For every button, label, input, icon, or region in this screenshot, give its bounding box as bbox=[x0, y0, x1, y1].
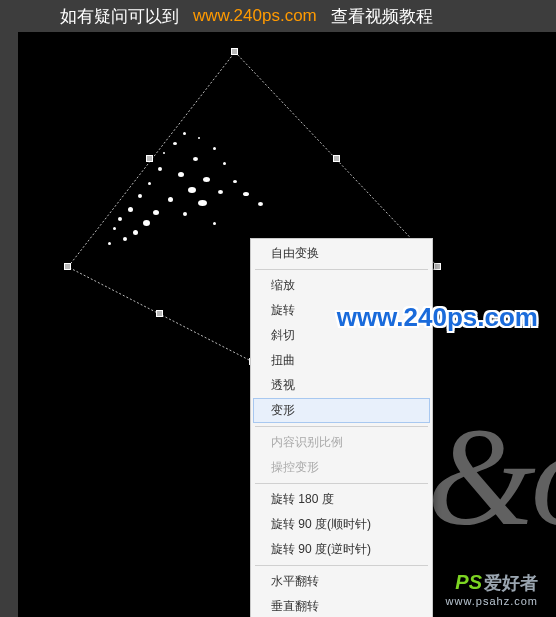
logo-domain: www.psahz.com bbox=[446, 595, 538, 607]
logo-ps: PS bbox=[455, 571, 482, 593]
context-menu: 自由变换 缩放旋转斜切扭曲透视变形内容识别比例操控变形旋转 180 度旋转 90… bbox=[250, 238, 433, 617]
transform-handle[interactable] bbox=[156, 310, 163, 317]
menu-item-8: 操控变形 bbox=[253, 455, 430, 480]
menu-separator bbox=[255, 483, 428, 484]
transform-handle[interactable] bbox=[231, 48, 238, 55]
menu-item-0[interactable]: 缩放 bbox=[253, 273, 430, 298]
menu-item-7: 内容识别比例 bbox=[253, 430, 430, 455]
logo-chinese: 爱好者 bbox=[484, 573, 538, 593]
transform-handle[interactable] bbox=[333, 155, 340, 162]
watermark-logo: PS爱好者 www.psahz.com bbox=[446, 571, 538, 607]
menu-item-15[interactable]: 垂直翻转 bbox=[253, 594, 430, 617]
transform-handle[interactable] bbox=[64, 263, 71, 270]
menu-item-10[interactable]: 旋转 180 度 bbox=[253, 487, 430, 512]
menu-separator bbox=[255, 565, 428, 566]
menu-separator bbox=[255, 426, 428, 427]
menu-item-5[interactable]: 变形 bbox=[253, 398, 430, 423]
menu-item-3[interactable]: 扭曲 bbox=[253, 348, 430, 373]
menu-item-14[interactable]: 水平翻转 bbox=[253, 569, 430, 594]
logo-text: PS爱好者 bbox=[446, 571, 538, 595]
banner-prefix: 如有疑问可以到 bbox=[60, 5, 179, 28]
background-script: &o bbox=[427, 396, 556, 557]
banner-url: www.240ps.com bbox=[193, 6, 317, 26]
menu-item-11[interactable]: 旋转 90 度(顺时针) bbox=[253, 512, 430, 537]
watermark-url: www.240ps.com bbox=[337, 302, 538, 333]
menu-item-4[interactable]: 透视 bbox=[253, 373, 430, 398]
menu-title-free-transform[interactable]: 自由变换 bbox=[253, 241, 430, 266]
menu-item-12[interactable]: 旋转 90 度(逆时针) bbox=[253, 537, 430, 562]
top-banner: 如有疑问可以到 www.240ps.com 查看视频教程 bbox=[0, 0, 556, 32]
banner-suffix: 查看视频教程 bbox=[331, 5, 433, 28]
menu-separator bbox=[255, 269, 428, 270]
transform-handle[interactable] bbox=[434, 263, 441, 270]
